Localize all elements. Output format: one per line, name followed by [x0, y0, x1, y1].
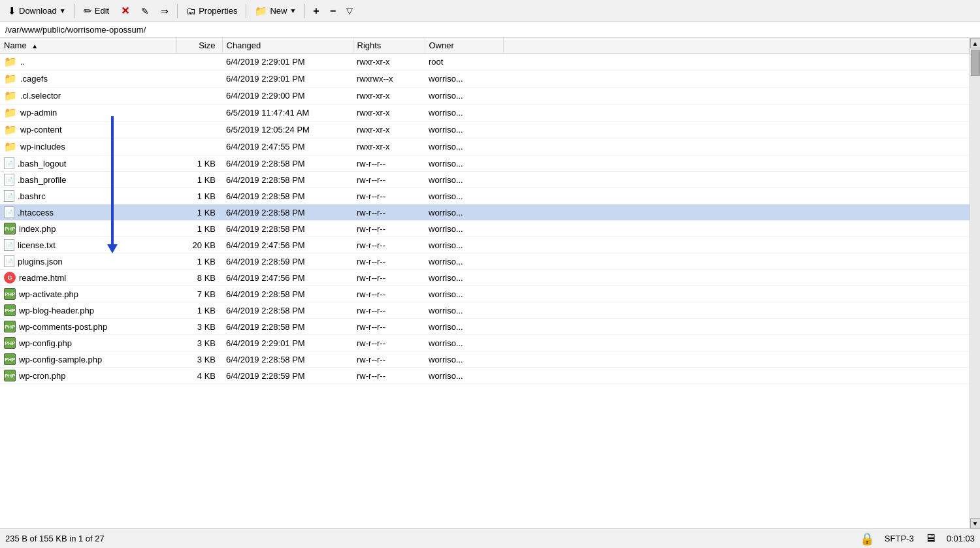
edit-button[interactable]: ✏ Edit	[78, 3, 114, 20]
rename-button[interactable]: ✎	[136, 3, 154, 19]
download-button[interactable]: ⬇ Download ▼	[3, 3, 71, 20]
cell-rights: rw-r--r--	[353, 172, 425, 188]
cell-rest	[503, 253, 970, 270]
php-icon: PHP	[4, 353, 16, 365]
col-size[interactable]: Size	[176, 38, 222, 54]
cell-rest	[503, 351, 970, 368]
cell-rights: rwxr-xr-x	[353, 121, 425, 138]
cell-size: 7 KB	[176, 286, 222, 302]
lock-icon: 🔒	[860, 532, 874, 546]
cell-name: PHP wp-config-sample.php	[0, 351, 176, 368]
monitor-icon: 🖥	[924, 532, 936, 545]
cell-rights: rw-r--r--	[353, 204, 425, 221]
table-row[interactable]: 📁 .. 6/4/2019 2:29:01 PM rwxr-xr-x root	[0, 54, 970, 71]
cell-size: 1 KB	[176, 172, 222, 188]
cell-changed: 6/4/2019 2:47:56 PM	[222, 270, 353, 286]
table-row[interactable]: PHP wp-activate.php 7 KB 6/4/2019 2:28:5…	[0, 286, 970, 302]
col-owner[interactable]: Owner	[425, 38, 503, 54]
table-row[interactable]: G readme.html 8 KB 6/4/2019 2:47:56 PM r…	[0, 270, 970, 286]
cell-owner: worriso...	[425, 237, 503, 253]
cell-name: 📁 .cagefs	[0, 71, 176, 88]
cell-name: 📁 wp-admin	[0, 105, 176, 121]
cell-changed: 6/4/2019 2:47:55 PM	[222, 138, 353, 155]
cell-changed: 6/4/2019 2:47:56 PM	[222, 237, 353, 253]
cell-rest	[503, 286, 970, 302]
download-label: Download	[19, 6, 57, 16]
table-row[interactable]: PHP wp-cron.php 4 KB 6/4/2019 2:28:59 PM…	[0, 368, 970, 384]
table-row[interactable]: 📁 wp-content 6/5/2019 12:05:24 PM rwxr-x…	[0, 121, 970, 138]
file-name: wp-activate.php	[19, 289, 78, 299]
add-button[interactable]: +	[308, 3, 323, 19]
cell-rest	[503, 319, 970, 335]
file-icon: 📄	[4, 206, 14, 218]
cell-name: G readme.html	[0, 270, 176, 286]
cell-changed: 6/4/2019 2:28:58 PM	[222, 302, 353, 319]
table-row[interactable]: 📁 wp-includes 6/4/2019 2:47:55 PM rwxr-x…	[0, 138, 970, 155]
cell-rights: rw-r--r--	[353, 155, 425, 172]
toolbar: ⬇ Download ▼ ✏ Edit ✕ ✎ ⇒ 🗂 Properties 📁…	[0, 0, 980, 22]
file-icon: 📄	[4, 239, 14, 251]
new-button[interactable]: 📁 New ▼	[250, 3, 301, 20]
download-dropdown-arrow[interactable]: ▼	[59, 7, 66, 14]
cell-changed: 6/4/2019 2:28:59 PM	[222, 253, 353, 270]
vertical-scrollbar[interactable]: ▲ ▼	[970, 38, 980, 528]
table-row[interactable]: 📄 .bash_profile 1 KB 6/4/2019 2:28:58 PM…	[0, 172, 970, 188]
cell-name: PHP index.php	[0, 221, 176, 237]
cell-size: 4 KB	[176, 368, 222, 384]
cell-size	[176, 88, 222, 105]
table-row[interactable]: PHP index.php 1 KB 6/4/2019 2:28:58 PM r…	[0, 221, 970, 237]
file-name: .bashrc	[18, 191, 46, 201]
cell-rest	[503, 172, 970, 188]
cell-owner: worriso...	[425, 286, 503, 302]
cell-name: 📄 plugins.json	[0, 253, 176, 270]
folder-icon: 📁	[4, 73, 17, 85]
scroll-track[interactable]	[970, 48, 981, 518]
cell-size	[176, 54, 222, 71]
col-name[interactable]: Name ▲	[0, 38, 176, 54]
check-button[interactable]: ▽	[342, 4, 357, 18]
scroll-up-arrow[interactable]: ▲	[970, 38, 981, 48]
folder-icon: 📁	[4, 106, 17, 119]
file-name: wp-content	[20, 125, 62, 135]
table-row[interactable]: 📁 .cagefs 6/4/2019 2:29:01 PM rwxrwx--x …	[0, 71, 970, 88]
table-row[interactable]: 📄 license.txt 20 KB 6/4/2019 2:47:56 PM …	[0, 237, 970, 253]
scroll-down-arrow[interactable]: ▼	[970, 518, 981, 528]
properties-button[interactable]: 🗂 Properties	[181, 3, 242, 19]
delete-button[interactable]: ✕	[116, 2, 135, 20]
folder-icon: 📁	[4, 140, 17, 153]
cell-rest	[503, 221, 970, 237]
table-row[interactable]: 📁 wp-admin 6/5/2019 11:47:41 AM rwxr-xr-…	[0, 105, 970, 121]
cell-rest	[503, 71, 970, 88]
col-rights[interactable]: Rights	[353, 38, 425, 54]
file-icon: 📄	[4, 174, 14, 185]
cell-owner: worriso...	[425, 71, 503, 88]
move-button[interactable]: ⇒	[155, 3, 174, 19]
file-icon: 📄	[4, 255, 14, 267]
cell-rest	[503, 270, 970, 286]
cell-changed: 6/4/2019 2:28:58 PM	[222, 351, 353, 368]
table-row[interactable]: 📄 .bash_logout 1 KB 6/4/2019 2:28:58 PM …	[0, 155, 970, 172]
cell-name: 📁 .cl.selector	[0, 88, 176, 105]
scroll-thumb[interactable]	[971, 50, 980, 76]
file-list[interactable]: Name ▲ Size Changed Rights Owner	[0, 38, 970, 528]
new-dropdown-arrow[interactable]: ▼	[289, 7, 296, 14]
table-row[interactable]: PHP wp-blog-header.php 1 KB 6/4/2019 2:2…	[0, 302, 970, 319]
col-changed[interactable]: Changed	[222, 38, 353, 54]
file-icon: 📄	[4, 190, 14, 202]
table-row[interactable]: 📁 .cl.selector 6/4/2019 2:29:00 PM rwxr-…	[0, 88, 970, 105]
table-row[interactable]: PHP wp-comments-post.php 3 KB 6/4/2019 2…	[0, 319, 970, 335]
table-row[interactable]: 📄 plugins.json 1 KB 6/4/2019 2:28:59 PM …	[0, 253, 970, 270]
cell-size	[176, 121, 222, 138]
table-row[interactable]: 📄 .htaccess 1 KB 6/4/2019 2:28:58 PM rw-…	[0, 204, 970, 221]
cell-rest	[503, 121, 970, 138]
cell-name: 📄 .bashrc	[0, 188, 176, 204]
minus-button[interactable]: −	[325, 3, 340, 19]
table-row[interactable]: PHP wp-config.php 3 KB 6/4/2019 2:29:01 …	[0, 335, 970, 351]
cell-owner: worriso...	[425, 121, 503, 138]
php-icon: PHP	[4, 337, 16, 349]
cell-name: 📄 .htaccess	[0, 204, 176, 221]
table-row[interactable]: 📄 .bashrc 1 KB 6/4/2019 2:28:58 PM rw-r-…	[0, 188, 970, 204]
cell-changed: 6/4/2019 2:29:01 PM	[222, 54, 353, 71]
table-row[interactable]: PHP wp-config-sample.php 3 KB 6/4/2019 2…	[0, 351, 970, 368]
cell-changed: 6/4/2019 2:28:58 PM	[222, 286, 353, 302]
